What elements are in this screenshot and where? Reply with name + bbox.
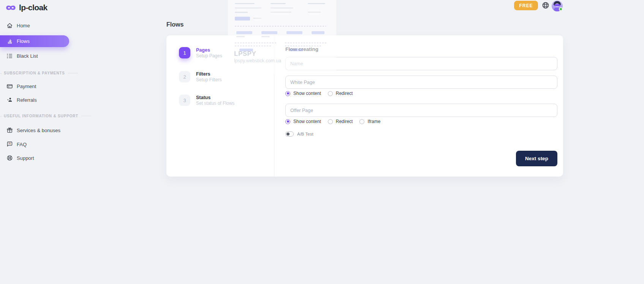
sidebar-item-payment[interactable]: Payment <box>0 81 76 91</box>
online-status-dot <box>559 7 563 11</box>
plan-badge[interactable]: FREE <box>514 1 538 10</box>
white-page-input[interactable] <box>285 76 557 89</box>
home-icon <box>6 22 13 29</box>
ab-test-label: A/B Test <box>297 132 313 136</box>
radio-white-redirect[interactable]: Redirect <box>328 91 353 96</box>
flows-icon <box>6 38 13 44</box>
step-title: Filters <box>196 71 222 77</box>
ab-test-toggle[interactable] <box>285 131 294 137</box>
radio-icon <box>359 119 364 124</box>
radio-offer-redirect[interactable]: Redirect <box>328 119 353 124</box>
step-subtitle: Setup Pages <box>196 53 222 59</box>
flow-name-input[interactable] <box>285 57 557 70</box>
next-step-button[interactable]: Next step <box>516 151 557 166</box>
sidebar-item-black-list[interactable]: Black List <box>0 51 76 61</box>
gift-icon <box>6 127 13 134</box>
sidebar-item-faq[interactable]: ?! FAQ <box>0 139 76 149</box>
sidebar-item-label: Flows <box>17 38 30 44</box>
step-subtitle: Setup Filters <box>196 77 222 83</box>
referral-person-icon <box>6 97 13 103</box>
step-number-badge: 3 <box>179 95 190 106</box>
lifebuoy-icon <box>6 155 13 161</box>
toggle-knob <box>286 133 290 136</box>
white-page-mode-radios: Show content Redirect <box>285 91 353 96</box>
svg-text:?!: ?! <box>8 142 11 145</box>
sidebar-item-label: Support <box>17 155 34 161</box>
step-subtitle: Set status of Flows <box>196 101 234 106</box>
step-number-badge: 2 <box>179 71 190 82</box>
step-number-badge: 1 <box>179 47 190 58</box>
radio-white-show-content[interactable]: Show content <box>285 91 321 96</box>
radio-offer-show-content[interactable]: Show content <box>285 119 321 124</box>
card-divider <box>274 35 274 177</box>
page-title: Flows <box>166 21 184 28</box>
radio-icon <box>328 119 333 124</box>
sidebar-item-label: Referrals <box>17 97 37 103</box>
brand-logo[interactable]: lp-cloak <box>6 3 47 12</box>
mask-logo-icon <box>6 5 16 11</box>
sidebar-section-support: USEFUL INFORMATION & SUPPORT <box>4 114 91 118</box>
step-title: Pages <box>196 47 222 53</box>
wizard-step-filters[interactable]: 2 Filters Setup Filters <box>179 71 222 83</box>
ab-test-toggle-row[interactable]: A/B Test <box>285 131 313 137</box>
sidebar-section-subscription: SUBSCRIPTION & PAYMENTS <box>4 71 78 75</box>
credit-card-icon <box>6 83 13 90</box>
list-icon <box>6 53 13 59</box>
sidebar-item-home[interactable]: Home <box>0 21 76 30</box>
sidebar-item-referrals[interactable]: Referrals <box>0 95 76 105</box>
radio-icon <box>285 119 290 124</box>
offer-page-mode-radios: Show content Redirect Iframe <box>285 119 380 124</box>
form-title: Flow creating <box>285 46 318 52</box>
offer-page-input[interactable] <box>285 104 557 117</box>
step-title: Status <box>196 95 234 101</box>
radio-icon <box>285 91 290 96</box>
sidebar-item-label: Black List <box>17 53 38 59</box>
sidebar-item-services[interactable]: Services & bonuses <box>0 125 76 135</box>
wizard-step-pages[interactable]: 1 Pages Setup Pages <box>179 47 222 59</box>
radio-offer-iframe[interactable]: Iframe <box>359 119 380 124</box>
language-globe-icon[interactable] <box>542 2 549 9</box>
wizard-step-status[interactable]: 3 Status Set status of Flows <box>179 95 234 106</box>
brand-name: lp-cloak <box>19 3 47 12</box>
sidebar-item-label: Home <box>17 23 30 28</box>
sidebar-item-label: FAQ <box>17 142 27 147</box>
radio-icon <box>328 91 333 96</box>
faq-bubble-icon: ?! <box>6 141 13 148</box>
sidebar-item-flows[interactable]: Flows <box>0 35 69 47</box>
sidebar-item-label: Services & bonuses <box>17 128 60 133</box>
avatar-mask <box>554 4 560 6</box>
sidebar-item-label: Payment <box>17 84 36 89</box>
sidebar-item-support[interactable]: Support <box>0 153 76 163</box>
